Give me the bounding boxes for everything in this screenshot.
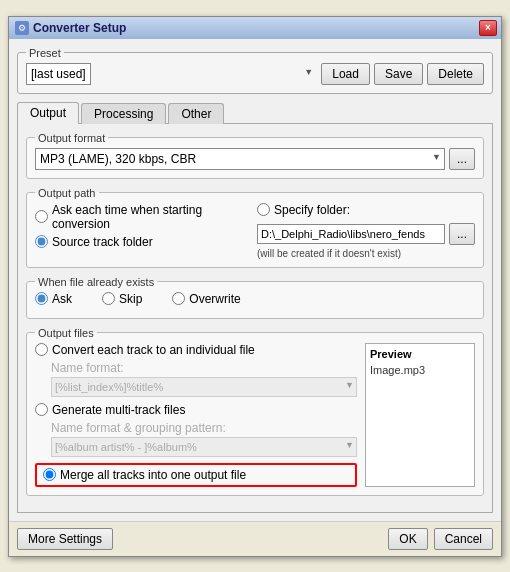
tab-output[interactable]: Output	[17, 102, 79, 124]
preset-legend: Preset	[26, 47, 64, 59]
preset-row: [last used] Load Save Delete	[26, 63, 484, 85]
preview-value: Image.mp3	[370, 364, 470, 376]
multitrack-radio-row: Generate multi-track files	[35, 403, 357, 417]
skip-exists-radio[interactable]	[102, 292, 115, 305]
file-exists-row: Ask Skip Overwrite	[35, 292, 475, 310]
bottom-right: OK Cancel	[388, 528, 493, 550]
name-format-row: Name format: [%list_index%]%title%	[51, 361, 357, 397]
format-row: MP3 (LAME), 320 kbps, CBR ...	[35, 148, 475, 170]
overwrite-exists-label: Overwrite	[189, 292, 240, 306]
output-files-left: Convert each track to an individual file…	[35, 343, 357, 487]
multitrack-format-label: Name format & grouping pattern:	[51, 421, 226, 435]
preview-box: Preview Image.mp3	[365, 343, 475, 487]
output-format-group: Output format MP3 (LAME), 320 kbps, CBR …	[26, 132, 484, 179]
cancel-button[interactable]: Cancel	[434, 528, 493, 550]
multitrack-label: Generate multi-track files	[52, 403, 185, 417]
window-title: Converter Setup	[33, 21, 126, 35]
app-icon: ⚙	[15, 21, 29, 35]
save-button[interactable]: Save	[374, 63, 423, 85]
overwrite-exists-radio[interactable]	[172, 292, 185, 305]
output-files-inner: Convert each track to an individual file…	[35, 343, 475, 487]
titlebar: ⚙ Converter Setup ×	[9, 17, 501, 39]
name-format-label: Name format:	[51, 361, 124, 375]
merge-radio[interactable]	[43, 468, 56, 481]
output-path-grid: Ask each time when starting conversion S…	[35, 203, 475, 259]
multitrack-radio[interactable]	[35, 403, 48, 416]
more-settings-button[interactable]: More Settings	[17, 528, 113, 550]
output-path-legend: Output path	[35, 187, 99, 199]
ask-exists-radio[interactable]	[35, 292, 48, 305]
close-button[interactable]: ×	[479, 20, 497, 36]
name-format-select[interactable]: [%list_index%]%title%	[51, 377, 357, 397]
tabs-bar: Output Processing Other	[17, 102, 493, 124]
format-select-wrapper: MP3 (LAME), 320 kbps, CBR	[35, 148, 445, 170]
specify-label: Specify folder:	[274, 203, 350, 217]
file-exists-group: When file already exists Ask Skip Overwr…	[26, 276, 484, 319]
ask-exists-label: Ask	[52, 292, 72, 306]
tab-processing[interactable]: Processing	[81, 103, 166, 124]
specify-radio-row: Specify folder:	[257, 203, 475, 217]
output-files-group: Output files Convert each track to an in…	[26, 327, 484, 496]
multitrack-format-wrapper: [%album artist% - ]%album%	[51, 437, 357, 457]
output-path-right: Specify folder: ... (will be created if …	[257, 203, 475, 259]
tab-content-output: Output format MP3 (LAME), 320 kbps, CBR …	[17, 123, 493, 513]
load-button[interactable]: Load	[321, 63, 370, 85]
format-select[interactable]: MP3 (LAME), 320 kbps, CBR	[35, 148, 445, 170]
folder-dots-button[interactable]: ...	[449, 223, 475, 245]
preview-label: Preview	[370, 348, 470, 360]
bottom-bar: More Settings OK Cancel	[9, 521, 501, 556]
preset-select-wrapper: [last used]	[26, 63, 317, 85]
individual-radio[interactable]	[35, 343, 48, 356]
name-format-wrapper: [%list_index%]%title%	[51, 377, 357, 397]
tab-other[interactable]: Other	[168, 103, 224, 124]
ok-button[interactable]: OK	[388, 528, 427, 550]
file-exists-legend: When file already exists	[35, 276, 157, 288]
ask-label: Ask each time when starting conversion	[52, 203, 253, 231]
merge-label: Merge all tracks into one output file	[60, 468, 246, 482]
folder-row: ...	[257, 223, 475, 245]
output-format-legend: Output format	[35, 132, 108, 144]
output-path-group: Output path Ask each time when starting …	[26, 187, 484, 268]
folder-note: (will be created if it doesn't exist)	[257, 248, 475, 259]
folder-input[interactable]	[257, 224, 445, 244]
multitrack-format-row: Name format & grouping pattern: [%album …	[51, 421, 357, 457]
titlebar-left: ⚙ Converter Setup	[15, 21, 126, 35]
output-path-left: Ask each time when starting conversion S…	[35, 203, 253, 259]
source-radio-row: Source track folder	[35, 235, 253, 249]
main-window: ⚙ Converter Setup × Preset [last used] L…	[8, 16, 502, 557]
preset-group: Preset [last used] Load Save Delete	[17, 47, 493, 94]
delete-button[interactable]: Delete	[427, 63, 484, 85]
skip-exists-label: Skip	[119, 292, 142, 306]
output-files-legend: Output files	[35, 327, 97, 339]
skip-exists-row: Skip	[102, 292, 142, 306]
preset-select[interactable]: [last used]	[26, 63, 91, 85]
source-label: Source track folder	[52, 235, 153, 249]
multitrack-format-select[interactable]: [%album artist% - ]%album%	[51, 437, 357, 457]
merge-radio-row: Merge all tracks into one output file	[35, 463, 357, 487]
format-dots-button[interactable]: ...	[449, 148, 475, 170]
body-content: Preset [last used] Load Save Delete Outp…	[9, 39, 501, 521]
ask-radio[interactable]	[35, 210, 48, 223]
individual-radio-row: Convert each track to an individual file	[35, 343, 357, 357]
specify-radio[interactable]	[257, 203, 270, 216]
ask-radio-row: Ask each time when starting conversion	[35, 203, 253, 231]
source-radio[interactable]	[35, 235, 48, 248]
individual-label: Convert each track to an individual file	[52, 343, 255, 357]
overwrite-exists-row: Overwrite	[172, 292, 240, 306]
ask-exists-row: Ask	[35, 292, 72, 306]
